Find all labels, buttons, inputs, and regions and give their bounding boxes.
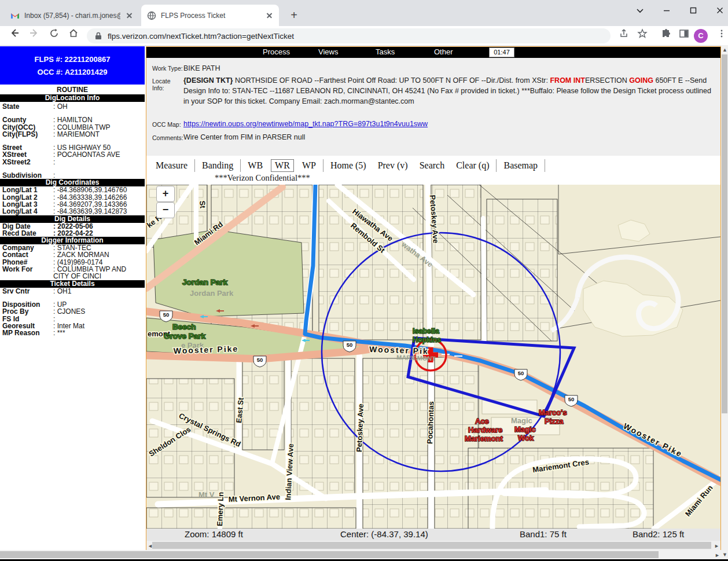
forward-icon[interactable]: [27, 28, 42, 43]
svg-text:Magic: Magic: [511, 416, 532, 425]
row-value: : OH1: [53, 288, 145, 295]
tab-gmail-inbox[interactable]: Inbox (57,854) - chari.m.jones@v: [5, 5, 139, 26]
scrollbar-thumb[interactable]: [722, 54, 727, 413]
label-beech: Beech: [172, 322, 196, 331]
bookmark-star-icon[interactable]: [635, 28, 650, 43]
map-zoom-in-button[interactable]: +: [156, 186, 175, 202]
app-menu-bar: Process Views Tasks Other 01:47: [146, 47, 720, 58]
status-center: Center: (-84.37, 39.14): [340, 529, 428, 539]
row-value: : HAMILTON: [53, 116, 145, 123]
status-band1: Band1: 75 ft: [520, 529, 567, 539]
map-viewport[interactable]: 50 50 50 50 50 Jordan Park e Park watha …: [146, 185, 720, 529]
ticket-content-panel: Process Views Tasks Other 01:47 Work Typ…: [146, 46, 721, 551]
label-petoskey-ave-s: Petoskey Ave: [355, 404, 365, 452]
browser-tab-strip: Inbox (57,854) - chari.m.jones@v FLPS Pr…: [0, 0, 728, 26]
label-pocahontas: Pocahontas: [425, 401, 436, 444]
back-icon[interactable]: [7, 28, 22, 43]
occ-map-link[interactable]: https://newtin.oups.org/newtinweb/map_tk…: [183, 120, 428, 128]
scroll-right-icon[interactable]: ►: [715, 552, 720, 558]
label-ace: Ace: [475, 417, 489, 426]
chrome-menu-chevron-icon[interactable]: [627, 0, 653, 21]
confidential-banner: ***Verizon Confidential***: [215, 173, 310, 183]
row-label: Contact: [2, 251, 53, 258]
svg-text:50: 50: [347, 342, 353, 348]
browser-menu-dots-icon[interactable]: [714, 28, 728, 43]
map-zoom-out-button[interactable]: −: [156, 202, 175, 218]
page-horizontal-scrollbar[interactable]: ►: [0, 550, 721, 559]
row-value: : COLUMBIA TWP AND CITY OF CINCI: [53, 266, 145, 280]
tool-clear[interactable]: Clear (q): [456, 160, 489, 171]
row-value: :: [53, 316, 145, 322]
scrollbar-thumb[interactable]: [0, 551, 659, 558]
window-minimize-button[interactable]: [653, 0, 680, 21]
menu-process[interactable]: Process: [263, 47, 290, 56]
reload-icon[interactable]: [46, 28, 61, 43]
tab-title: Inbox (57,854) - chari.m.jones@v: [24, 12, 120, 20]
map-panel: Measure Banding WB WR WP Home (5) Prev (…: [146, 156, 720, 551]
row-label: County: [2, 116, 53, 123]
tool-measure[interactable]: Measure: [156, 160, 187, 171]
map-horizontal-scrollbar[interactable]: ◄ ►: [146, 541, 720, 551]
side-panel-icon[interactable]: [676, 28, 692, 43]
scrollbar-thumb[interactable]: [152, 542, 711, 549]
window-maximize-button[interactable]: [680, 0, 707, 21]
url-text: flps.verizon.com/nextTicket.htm?action=g…: [108, 32, 294, 41]
tab-close-icon[interactable]: [265, 11, 274, 20]
comments-label: Comments:: [152, 134, 183, 141]
menu-other[interactable]: Other: [434, 47, 453, 56]
row-value: : OH: [53, 103, 145, 110]
screen: Inbox (57,854) - chari.m.jones@v FLPS Pr…: [0, 0, 728, 561]
new-tab-button[interactable]: +: [287, 8, 301, 22]
tool-wp[interactable]: WP: [302, 160, 316, 171]
tool-home[interactable]: Home (5): [330, 160, 366, 171]
work-type-label: Work Type:: [152, 65, 183, 72]
tool-wb[interactable]: WB: [248, 160, 263, 171]
section-bar-diglocation: DigLocation Info: [0, 94, 145, 102]
scroll-right-icon[interactable]: ►: [714, 543, 719, 549]
page-vertical-scrollbar[interactable]: ▲ ▼: [721, 45, 728, 559]
map-canvas: 50 50 50 50 50 Jordan Park e Park watha …: [146, 185, 720, 529]
tool-basemap[interactable]: Basemap: [503, 160, 538, 171]
row-label: Proc By: [2, 308, 53, 315]
row-label: FS Id: [2, 316, 53, 322]
extensions-puzzle-icon[interactable]: [659, 28, 674, 43]
row-label: State: [2, 103, 53, 110]
row-value: : Inter Mat: [53, 322, 145, 329]
occ-number: OCC #: A211201429: [0, 67, 145, 78]
locate-info-text: {DESIGN TKT} NORTHSIDE OF ROAD --Farthes…: [183, 75, 717, 107]
scroll-up-icon[interactable]: ▲: [722, 47, 727, 53]
browser-toolbar: flps.verizon.com/nextTicket.htm?action=g…: [0, 26, 728, 46]
tab-flps-ticket[interactable]: FLPS Process Ticket: [141, 5, 279, 26]
status-zoom: Zoom: 14809 ft: [185, 529, 243, 539]
svg-text:50: 50: [163, 311, 170, 318]
row-value: : ZACK MORMAN: [53, 251, 145, 258]
menu-tasks[interactable]: Tasks: [376, 47, 395, 56]
tab-close-icon[interactable]: [125, 11, 134, 20]
tool-prev[interactable]: Prev (v): [378, 160, 408, 171]
occ-map-row: https://newtin.oups.org/newtinweb/map_tk…: [183, 119, 717, 129]
share-icon[interactable]: [617, 28, 632, 43]
jordan-park-area: [153, 230, 304, 317]
row-value: : POCAHONTAS AVE: [53, 151, 145, 158]
url-bar[interactable]: flps.verizon.com/nextTicket.htm?action=g…: [87, 28, 611, 43]
home-icon[interactable]: [66, 28, 81, 43]
scroll-down-icon[interactable]: ▼: [722, 552, 727, 558]
flps-number: FLPS #: 22211200867: [0, 54, 145, 65]
label-st: St: [198, 200, 207, 209]
window-close-button[interactable]: [707, 0, 728, 21]
label-ace-mariemont: Mariemont: [465, 434, 503, 443]
svg-text:50: 50: [518, 370, 524, 376]
row-label: XStreet2: [2, 159, 53, 166]
tool-wr-selected[interactable]: WR: [271, 159, 294, 172]
row-value: : ***: [53, 329, 145, 336]
tool-banding[interactable]: Banding: [202, 160, 233, 171]
svg-text:50: 50: [568, 396, 575, 402]
label-magic: Magic: [514, 425, 536, 434]
profile-avatar[interactable]: C: [694, 29, 708, 43]
label-hopkins: Hopkins: [413, 336, 441, 344]
tool-search[interactable]: Search: [420, 160, 445, 171]
label-isabella: Isabella: [413, 327, 440, 335]
priority-label: ROUTINE: [0, 85, 145, 94]
menu-views[interactable]: Views: [318, 47, 338, 56]
svg-text:Jordan Park: Jordan Park: [190, 289, 234, 298]
